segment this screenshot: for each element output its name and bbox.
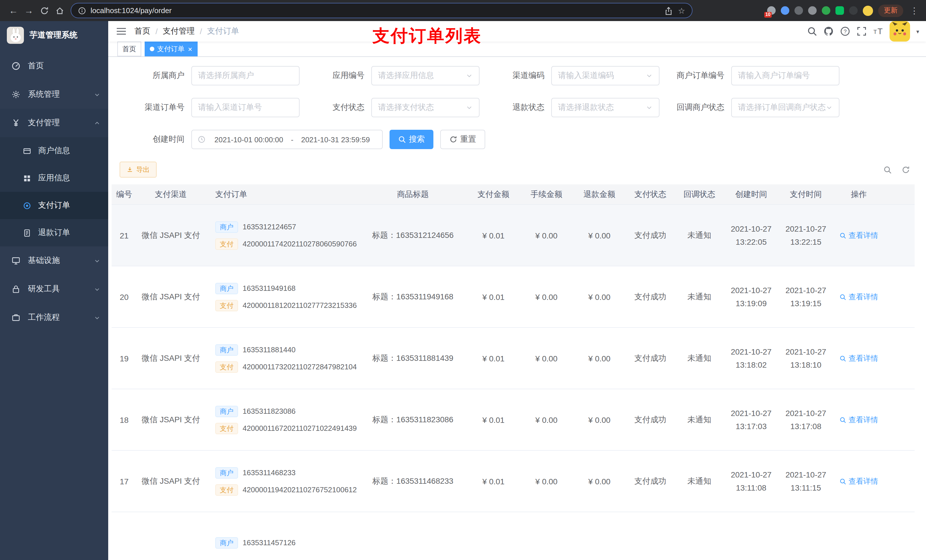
extension-icon-4[interactable]	[808, 6, 817, 15]
table-row-4[interactable]: 18微信 JSAPI 支付商户1635311823086支付4200001167…	[112, 389, 915, 451]
extension-icon-6[interactable]	[835, 6, 844, 15]
breadcrumb: 首页 / 支付管理 / 支付订单	[135, 26, 239, 36]
browser-back-icon[interactable]: ←	[6, 3, 21, 18]
browser-menu-icon[interactable]: ⋮	[908, 5, 920, 16]
user-menu-caret-icon[interactable]: ▾	[916, 28, 919, 35]
filter-select-6[interactable]: 请选择支付状态	[371, 98, 480, 117]
extension-icon-3[interactable]	[794, 6, 803, 15]
extension-icon-1[interactable]: 10	[767, 6, 776, 15]
filter-input-4[interactable]: 请输入商户订单编号	[731, 66, 840, 85]
logo[interactable]: 芋道管理系统	[0, 21, 108, 50]
filter-input-5[interactable]: 请输入渠道订单号	[191, 98, 300, 117]
fee-amount-cell: ¥ 0.00	[520, 328, 573, 389]
tab-pay-order[interactable]: 支付订单 ×	[145, 42, 197, 56]
pay-order-cell: 商户1635311468233支付42000011942021102767521…	[205, 451, 359, 512]
table-row-1[interactable]: 21微信 JSAPI 支付商户1635312124657支付4200001174…	[112, 205, 915, 266]
channel-order-no: 4200001181202110277723215336	[243, 301, 357, 309]
sidebar-item-5[interactable]: 研发工具	[0, 275, 108, 303]
merchant-order-line: 商户1635311881440	[215, 344, 295, 355]
pay-tag-badge: 支付	[215, 300, 238, 311]
sidebar-subitem-2[interactable]: 应用信息	[0, 165, 108, 192]
merchant-tag-badge: 商户	[215, 344, 238, 355]
tab-home[interactable]: 首页	[117, 42, 141, 56]
breadcrumb-home[interactable]: 首页	[135, 26, 150, 36]
table-refresh-icon[interactable]	[902, 165, 910, 174]
search-button[interactable]: 搜索	[390, 130, 433, 149]
view-detail-label: 查看详情	[849, 292, 878, 302]
site-info-icon[interactable]	[78, 6, 86, 15]
help-icon[interactable]: ?	[840, 26, 850, 36]
export-button[interactable]: 导出	[120, 162, 157, 178]
create-time-line: 13:22:05	[736, 235, 767, 248]
share-icon[interactable]	[664, 6, 673, 15]
filter-select-2[interactable]: 请选择应用信息	[371, 66, 480, 85]
date-range-input[interactable]: 2021-10-01 00:00:00 - 2021-10-31 23:59:5…	[191, 130, 383, 149]
notify-status-cell: 未通知	[675, 389, 724, 450]
sidebar-subitem-4[interactable]: 退款订单	[0, 219, 108, 246]
sidebar-item-6[interactable]: 工作流程	[0, 303, 108, 332]
browser-update-button[interactable]: 更新	[878, 4, 903, 17]
pay-time-line: 2021-10-27	[785, 346, 826, 358]
search-icon	[840, 478, 846, 485]
refund-amount-cell: ¥ 0.00	[573, 451, 626, 512]
bookmark-star-icon[interactable]: ☆	[678, 6, 685, 15]
extension-icon-2[interactable]	[781, 6, 789, 15]
filter-field-1: 所属商户请选择所属商户	[120, 66, 300, 85]
pay-time-cell: 2021-10-2713:22:15	[779, 205, 833, 266]
filter-select-7[interactable]: 请选择退款状态	[551, 98, 660, 117]
sidebar-item-1[interactable]: 首页	[0, 52, 108, 80]
workflow-icon	[11, 313, 21, 322]
address-bar[interactable]: localhost:1024/pay/order ☆	[71, 3, 693, 18]
table-header-row: 编号支付渠道支付订单商品标题支付金额手续金额退款金额支付状态回调状态创建时间支付…	[112, 184, 915, 205]
pay-status-cell: 支付成功	[626, 389, 675, 450]
filter-select-8[interactable]: 请选择订单回调商户状态	[731, 98, 840, 117]
browser-forward-icon[interactable]: →	[21, 3, 36, 18]
channel-order-line: 支付4200001167202110271022491439	[215, 423, 357, 434]
pay-tag-badge: 支付	[215, 423, 238, 434]
sidebar-item-4[interactable]: 基础设施	[0, 246, 108, 275]
search-icon[interactable]	[807, 26, 817, 36]
pay-time-line: 2021-10-27	[785, 284, 826, 297]
view-detail-link[interactable]: 查看详情	[840, 476, 878, 486]
table-row-3[interactable]: 19微信 JSAPI 支付商户1635311881440支付4200001173…	[112, 328, 915, 389]
extension-icon-5[interactable]	[822, 6, 830, 15]
table-row-5[interactable]: 17微信 JSAPI 支付商户1635311468233支付4200001194…	[112, 451, 915, 512]
view-detail-link[interactable]: 查看详情	[840, 292, 878, 302]
column-header-2: 支付渠道	[137, 184, 205, 204]
merchant-order-line: 商户1635311457126	[215, 537, 295, 548]
filter-field-4: 商户订单编号请输入商户订单编号	[660, 66, 840, 85]
filter-select-3[interactable]: 请输入渠道编码	[551, 66, 660, 85]
browser-profile-avatar[interactable]	[863, 5, 873, 16]
table-row-2[interactable]: 20微信 JSAPI 支付商户1635311949168支付4200001181…	[112, 266, 915, 328]
view-detail-link[interactable]: 查看详情	[840, 353, 878, 363]
font-size-icon[interactable]: TT	[873, 26, 883, 36]
reset-button[interactable]: 重置	[440, 130, 485, 149]
fullscreen-icon[interactable]	[856, 26, 867, 36]
channel-order-no: 4200001173202110272847982104	[243, 362, 357, 371]
tab-close-icon[interactable]: ×	[188, 45, 192, 53]
table-search-toggle-icon[interactable]	[883, 165, 892, 174]
sidebar-item-3[interactable]: 支付管理	[0, 109, 108, 137]
breadcrumb-pay-management[interactable]: 支付管理	[163, 26, 195, 36]
screen: ← → localhost:1024/pay/order ☆ 10 更新 ⋮	[0, 0, 926, 560]
filter-input-1[interactable]: 请选择所属商户	[191, 66, 300, 85]
chevron-down-icon	[466, 72, 473, 79]
view-detail-link[interactable]: 查看详情	[840, 415, 878, 425]
column-header-9: 回调状态	[675, 184, 724, 204]
github-icon[interactable]	[823, 26, 834, 36]
user-avatar[interactable]	[890, 21, 910, 42]
sidebar-subitem-1[interactable]: 商户信息	[0, 137, 108, 165]
table-row-6[interactable]: 商户1635311457126	[112, 512, 915, 560]
placeholder-text: 请输入渠道编码	[558, 71, 646, 81]
view-detail-link[interactable]: 查看详情	[840, 230, 878, 240]
chevron-down-icon	[646, 104, 653, 111]
table-tools	[883, 165, 915, 174]
sidebar-subitem-3[interactable]: 支付订单	[0, 192, 108, 219]
extensions-puzzle-icon[interactable]	[849, 6, 858, 15]
hamburger-icon[interactable]	[108, 21, 135, 42]
browser-reload-icon[interactable]	[36, 3, 52, 18]
filter-grid: 所属商户请选择所属商户应用编号请选择应用信息渠道编码请输入渠道编码商户订单编号请…	[120, 66, 915, 117]
sidebar-item-2[interactable]: 系统管理	[0, 80, 108, 109]
channel-order-line: 支付4200001174202110278060590766	[215, 238, 357, 249]
browser-home-icon[interactable]	[52, 3, 67, 18]
